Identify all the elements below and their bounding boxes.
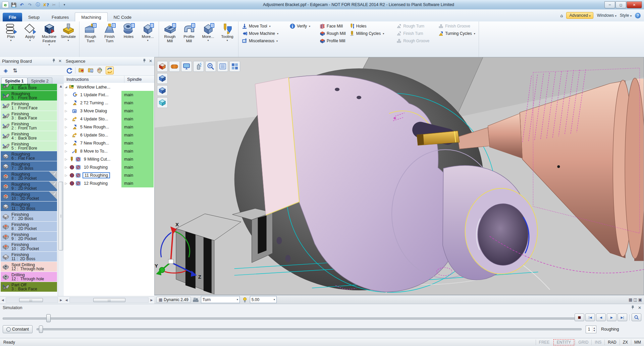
regenerate-icon[interactable] xyxy=(66,67,73,74)
sequence-root-row[interactable]: ◢Workflow Lathe... xyxy=(64,83,154,91)
help-icon[interactable]: ? xyxy=(635,13,641,18)
home-icon[interactable]: ⌂ xyxy=(560,13,563,18)
sequence-row[interactable]: ▷3 Move Dialogmain xyxy=(64,107,154,115)
more-turning-button[interactable]: More...▾ xyxy=(138,22,157,58)
restore-button[interactable]: ◻ xyxy=(615,1,626,8)
verify-button[interactable]: Verify▾ xyxy=(290,23,310,29)
stock-display-icon[interactable] xyxy=(169,61,180,72)
machine-feature-button[interactable]: MachineFeature▾ xyxy=(40,22,59,58)
multi-view-icon[interactable] xyxy=(229,61,240,72)
planning-item[interactable]: Finishing7 : 2D Boss xyxy=(1,212,57,221)
undo-icon[interactable]: ↶ xyxy=(19,2,25,8)
close-panel-icon[interactable]: ✕ xyxy=(149,59,152,63)
speed-slider[interactable] xyxy=(37,328,582,330)
simulation-progress-slider[interactable] xyxy=(3,314,580,322)
move-machine-button[interactable]: Move Machine▾ xyxy=(242,31,278,36)
expand-icon[interactable]: ▷ xyxy=(64,141,68,145)
planning-item[interactable]: Finishing2 : Front Turn xyxy=(1,121,57,131)
single-window-icon[interactable]: ▣ xyxy=(638,297,642,302)
tolerance-select[interactable]: 5.00▾ xyxy=(250,296,277,303)
viewport-3d-scene[interactable]: X Y Z xyxy=(154,57,644,295)
expand-icon[interactable]: ▷ xyxy=(64,125,68,129)
tab-nc-code[interactable]: NC Code xyxy=(108,13,138,21)
pin-icon[interactable] xyxy=(52,59,56,63)
planning-item[interactable]: Roughing9 : 2D Pocket✓ xyxy=(1,181,57,191)
step-back-button[interactable]: |◀ xyxy=(585,313,595,321)
expand-icon[interactable]: ▷ xyxy=(64,182,68,185)
translucent-view-icon[interactable] xyxy=(157,97,168,108)
finish-turn-cycle-button[interactable]: Finish Turn xyxy=(396,31,429,36)
sequence-row[interactable]: ▷9 Milling Cut...main xyxy=(64,155,154,163)
operation-spinner[interactable]: 1 ▲▼ xyxy=(586,326,596,333)
planning-item[interactable]: Finishing10 : 2D Pocket xyxy=(1,242,57,251)
shaded-view-icon[interactable] xyxy=(157,85,168,96)
planning-item[interactable]: Drilling12 : Through hole xyxy=(1,272,57,282)
generate-code-icon[interactable] xyxy=(77,67,85,74)
planning-item[interactable]: Roughing8 : 2D Pocket✓ xyxy=(1,171,57,181)
split-window-icon[interactable]: ◫ xyxy=(633,297,637,302)
sequence-row[interactable]: ▷5 New Rough...main xyxy=(64,123,154,131)
tab-spindle-2[interactable]: Spindle 2 xyxy=(28,77,52,84)
planning-item[interactable]: Finishing5 : Front Bore xyxy=(1,141,57,151)
expand-icon[interactable]: ▷ xyxy=(64,174,68,177)
rough-mill-button[interactable]: RoughMill xyxy=(160,22,179,58)
sequence-row[interactable]: ▷4 Update Sto...main xyxy=(64,115,154,123)
sequence-row[interactable]: ▷2 T2 Turning ...main xyxy=(64,99,154,107)
expand-icon[interactable]: ▷ xyxy=(64,109,68,113)
planning-item[interactable]: Finishing4 : Back Bore xyxy=(1,131,57,141)
planning-item[interactable]: Finishing11 : 2D Boss xyxy=(1,252,57,262)
planning-item[interactable]: Spot Drilling12 : Through hole xyxy=(1,262,57,272)
sequence-row[interactable]: ▷10 Roughingmain xyxy=(64,163,154,171)
tooling-button[interactable]: Tooling▾ xyxy=(218,22,237,58)
sequence-row[interactable]: ▷6 Update Sto...main xyxy=(64,131,154,139)
close-button[interactable]: ✕ xyxy=(627,1,642,8)
view-select[interactable]: Turn▾ xyxy=(201,296,240,303)
stop-button[interactable]: ■ xyxy=(575,313,584,321)
rough-mill-cycle-button[interactable]: Rough Mill xyxy=(320,31,346,36)
pin-icon[interactable] xyxy=(142,59,146,63)
report-list-icon[interactable] xyxy=(217,61,228,72)
expand-icon[interactable]: ▷ xyxy=(64,93,68,97)
planning-horizontal-scrollbar[interactable]: ◀ ||| ▶ xyxy=(0,296,64,304)
tab-features[interactable]: Features xyxy=(46,13,75,21)
toggle-entity[interactable]: ENTITY xyxy=(553,339,575,345)
sequence-row[interactable]: ▷12 Roughingmain xyxy=(64,179,154,187)
rough-groove-button[interactable]: Rough Groove xyxy=(396,38,429,44)
toggle-zx[interactable]: ZX xyxy=(620,340,631,345)
planning-item[interactable]: Roughing4 : Back Bore xyxy=(1,84,57,91)
spin-up-icon[interactable]: ▲ xyxy=(592,327,596,329)
expand-icon[interactable]: ▷ xyxy=(64,158,68,161)
scrollbar-thumb[interactable] xyxy=(59,182,63,250)
graphics-icon[interactable] xyxy=(96,67,104,74)
plan-button[interactable]: Plan▾ xyxy=(1,22,20,58)
profile-mill-cycle-button[interactable]: Profile Mill xyxy=(320,38,346,44)
windows-menu[interactable]: Windows ▾ xyxy=(597,13,616,18)
face-mill-button[interactable]: Face Mill xyxy=(320,23,346,29)
style-menu[interactable]: Style ▾ xyxy=(620,13,632,18)
holes-cycle-button[interactable]: Holes xyxy=(349,23,384,29)
planning-item[interactable]: Roughing11 : 2D Boss xyxy=(1,201,57,211)
sequence-row-selected[interactable]: ▷11 Roughingmain xyxy=(64,171,154,179)
tab-setup[interactable]: Setup xyxy=(22,13,46,21)
planning-item[interactable]: Finishing1 : Front Face xyxy=(1,101,57,111)
milling-cycles-button[interactable]: Milling Cycles▾ xyxy=(349,31,384,36)
edgecam-logo-icon[interactable]: e xyxy=(2,1,9,8)
close-panel-icon[interactable]: ✕ xyxy=(638,305,641,310)
tile-windows-icon[interactable]: ▦ xyxy=(629,297,632,302)
tab-machining[interactable]: Machining xyxy=(75,12,107,21)
sequence-row[interactable]: ▷8 Move to To...main xyxy=(64,147,154,155)
expand-icon[interactable]: ▷ xyxy=(64,133,68,137)
synchronise-icon[interactable] xyxy=(106,66,114,74)
rough-turn-button[interactable]: RoughTurn xyxy=(81,22,100,58)
simulate-button[interactable]: Simulate▾ xyxy=(59,22,78,58)
planning-item[interactable]: Roughing7 : 2D Boss xyxy=(1,161,57,171)
minimize-button[interactable]: ─ xyxy=(604,1,615,8)
toggle-mm[interactable]: MM xyxy=(631,340,644,345)
sequence-row[interactable]: ▷7 New Rough...main xyxy=(64,139,154,147)
expand-icon[interactable]: ▷ xyxy=(64,117,68,121)
pin-icon[interactable] xyxy=(631,305,635,309)
planning-item[interactable]: Roughing5 : Front Bore xyxy=(1,91,57,101)
rough-turn-cycle-button[interactable]: Rough Turn xyxy=(396,23,429,29)
planning-item[interactable]: Roughing10 : 2D Pocket✓ xyxy=(1,191,57,201)
more-mill-button[interactable]: More...▾ xyxy=(199,22,218,58)
